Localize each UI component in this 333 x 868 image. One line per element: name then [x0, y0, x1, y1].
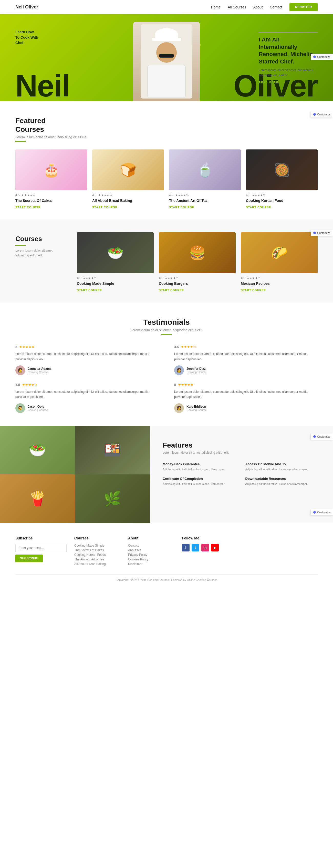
footer-link-disclaimer[interactable]: Disclaimer — [128, 562, 174, 566]
hero-customize-button[interactable]: Customize — [311, 54, 333, 60]
navbar: Neil Oliver Home All Courses About Conta… — [0, 0, 333, 14]
course-name-cakes: The Secrets Of Cakes — [16, 198, 87, 203]
footer-subscribe-col: Subscribe SUBSCRIBE — [16, 536, 66, 567]
footer-link-korean[interactable]: Cooking Korean Foods — [74, 553, 120, 557]
test-score-4: 5 — [174, 383, 176, 387]
course-thumb-burgers: 🍔 — [159, 232, 235, 273]
footer-link-privacy[interactable]: Privacy Policy — [128, 553, 174, 557]
features-customize-button-top[interactable]: Customize — [311, 433, 333, 440]
test-avatar-4: 👩 — [174, 403, 184, 413]
hero-read-more[interactable]: READ MORE — [259, 81, 278, 84]
course-card-bread: 🍞 4.5 ★★★★½ All About Bread Baking START… — [92, 150, 164, 209]
subscribe-button[interactable]: SUBSCRIBE — [16, 555, 43, 562]
features-subtitle: Lorem ipsum dolor sit amet, adipiscing e… — [163, 451, 320, 455]
start-course-burgers[interactable]: START COURSE — [159, 289, 184, 292]
features-customize-button-bottom[interactable]: Customize — [311, 509, 333, 516]
course-rating-burgers: 4.5 ★★★★½ — [159, 276, 235, 280]
course-name-simple: Cooking Made Simple — [77, 281, 154, 286]
nav-about[interactable]: About — [253, 5, 263, 9]
courses-section-header: Courses Lorem ipsum dolor sit amet, adip… — [16, 232, 66, 292]
chef-image — [133, 22, 200, 101]
courses-grid: 🥗 4.5 ★★★★½ Cooking Made Simple START CO… — [77, 232, 317, 292]
course-name-tea: The Ancient Art Of Tea — [169, 198, 241, 203]
rating-score: 4.5 — [159, 276, 163, 280]
hero-learn-text: Learn How To Cook With Chef — [16, 29, 38, 45]
footer-link-cookies[interactable]: Cookies Policy — [128, 558, 174, 561]
course-card-mexican: 🌮 4.5 ★★★★½ Mexican Recipes START COURSE — [241, 232, 317, 292]
testimonials-title: Testimonials — [16, 318, 317, 327]
course-name-bread: All About Bread Baking — [92, 198, 164, 203]
test-rating-1: 5 ★★★★★ — [16, 345, 159, 349]
start-course-cakes[interactable]: START COURSE — [16, 206, 40, 209]
course-card-simple: 🥗 4.5 ★★★★½ Cooking Made Simple START CO… — [77, 232, 154, 292]
hero-name-left: Neil — [16, 70, 70, 101]
footer-follow-title: Follow Me — [182, 536, 317, 540]
features-content: Features Lorem ipsum dolor sit amet, adi… — [150, 426, 333, 523]
test-name-4: Kate Eddison — [187, 405, 207, 408]
test-name-3: Jason Gold — [28, 405, 48, 408]
customize-dot-icon — [313, 56, 316, 58]
test-author-3: 👨 Jason Gold Cooking Course — [16, 403, 159, 413]
customize-dot-icon — [313, 113, 316, 116]
feature-desc-2: Adipiscing elit ut elit tellus. luctus n… — [245, 467, 321, 472]
start-course-korean[interactable]: START COURSE — [246, 206, 271, 209]
rating-score: 4.5 — [241, 276, 245, 280]
course-thumb-tea: 🍵 — [169, 150, 241, 190]
start-course-simple[interactable]: START COURSE — [77, 289, 102, 292]
facebook-icon[interactable]: f — [182, 544, 190, 552]
hero-right-info: I Am An Internationally Renowned, Michel… — [259, 32, 317, 85]
test-rating-4: 5 ★★★★★ — [174, 383, 317, 387]
test-score-3: 4.5 — [16, 383, 20, 387]
course-rating-simple: 4.5 ★★★★½ — [77, 276, 154, 280]
course-rating-korean: 4.5 ★★★★½ — [246, 193, 317, 197]
footer-link-contact[interactable]: Contact — [128, 544, 174, 547]
feature-desc-3: Adipiscing elit ut elit tellus. luctus n… — [163, 482, 238, 487]
test-avatar-3: 👨 — [16, 403, 25, 413]
test-text-1: Lorem ipsum dolor sit amet, consectetur … — [16, 351, 159, 362]
testimonials-header: Testimonials Lorem ipsum dolor sit amet,… — [16, 318, 317, 335]
food-image-3: 🍟 — [0, 474, 75, 523]
footer-link-cakes[interactable]: The Secrets of Cakes — [74, 548, 120, 552]
register-button[interactable]: REGISTER — [289, 3, 317, 11]
start-course-mexican[interactable]: START COURSE — [241, 289, 266, 292]
footer-about-col: About Contact About Me Privacy Policy Co… — [128, 536, 174, 567]
featured-header: FeaturedCourses Lorem ipsum dolor sit am… — [16, 117, 317, 142]
course-card-cakes: 🎂 4.5 ★★★★½ The Secrets Of Cakes START C… — [16, 150, 87, 209]
feature-title-3: Certificate Of Completion — [163, 477, 238, 480]
course-card-burgers: 🍔 4.5 ★★★★½ Cooking Burgers START COURSE — [159, 232, 235, 292]
subscribe-email-input[interactable] — [16, 544, 66, 552]
footer-link-simple[interactable]: Cooking Made Simple — [74, 544, 120, 547]
food-image-2: 🍱 — [75, 426, 150, 474]
test-avatar-1: 👩 — [16, 365, 25, 375]
courses-customize-button[interactable]: Customize — [311, 230, 333, 236]
courses-underline — [16, 245, 26, 246]
test-stars-3: ★★★★½ — [22, 383, 37, 387]
test-course-4: Cooking Course — [187, 408, 207, 411]
nav-links: Home All Courses About Contact REGISTER — [211, 3, 317, 11]
footer-link-about-me[interactable]: About Me — [128, 548, 174, 552]
testimonial-3: 4.5 ★★★★½ Lorem ipsum dolor sit amet, co… — [16, 383, 159, 413]
footer-link-bread[interactable]: All About Bread Baking — [74, 562, 120, 566]
nav-home[interactable]: Home — [211, 5, 221, 9]
nav-all-courses[interactable]: All Courses — [228, 5, 246, 9]
course-rating-cakes: 4.5 ★★★★½ — [16, 193, 87, 197]
start-course-bread[interactable]: START COURSE — [92, 206, 117, 209]
course-name-mexican: Mexican Recipes — [241, 281, 317, 286]
youtube-icon[interactable]: ▶ — [211, 544, 219, 552]
featured-customize-button[interactable]: Customize — [311, 111, 333, 118]
test-score-1: 5 — [16, 345, 17, 349]
nav-contact[interactable]: Contact — [270, 5, 282, 9]
food-image-4: 🌿 — [75, 474, 150, 523]
rating-score: 4.5 — [16, 193, 20, 197]
feature-money-back: Money-Back Guarantee Adipiscing elit ut … — [163, 462, 238, 472]
footer-grid: Subscribe SUBSCRIBE Courses Cooking Made… — [16, 536, 317, 567]
feature-mobile-tv: Access On Mobile And TV Adipiscing elit … — [245, 462, 321, 472]
twitter-icon[interactable]: t — [192, 544, 199, 552]
test-course-1: Cooking Course — [28, 371, 52, 374]
instagram-icon[interactable]: in — [201, 544, 209, 552]
footer-link-tea[interactable]: The Ancient Art of Tea — [74, 558, 120, 561]
start-course-tea[interactable]: START COURSE — [169, 206, 194, 209]
feature-desc-4: Adipiscing elit ut elit tellus. luctus n… — [245, 482, 321, 487]
footer-about-title: About — [128, 536, 174, 540]
rating-stars: ★★★★½ — [83, 276, 96, 280]
